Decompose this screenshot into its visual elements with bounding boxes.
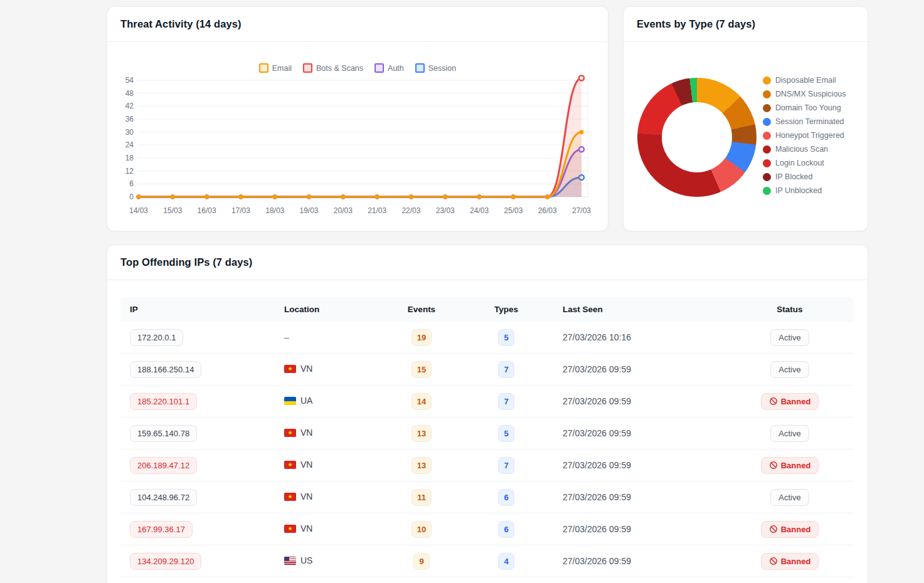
last-seen: 27/03/2026 09:59 [563,556,631,566]
svg-text:48: 48 [125,89,134,98]
ip-badge[interactable]: 167.99.36.17 [130,521,193,538]
country-code: VN [300,491,312,502]
status-label: Active [778,429,800,438]
events-by-type-header: Events by Type (7 days) [624,7,868,42]
country-flag-icon [284,397,296,405]
country-code: VN [300,428,312,438]
legend-label: Disposable Email [775,76,836,85]
svg-text:19/03: 19/03 [300,206,319,215]
column-header-last-seen: Last Seen [563,297,726,322]
legend-label: Malicious Scan [775,145,828,154]
donut-legend-item[interactable]: IP Unblocked [763,184,846,197]
ip-badge[interactable]: 188.166.250.14 [130,361,201,378]
ip-badge[interactable]: 134.209.29.120 [130,553,201,570]
svg-text:22/03: 22/03 [401,206,420,215]
status-badge: Banned [761,521,819,538]
location-cell: US [284,555,312,565]
status-badge: Active [770,425,809,442]
column-header-location: Location [277,297,393,322]
table-row[interactable]: 172.20.0.1–19527/03/2026 10:16Active [120,322,854,354]
location-cell: VN [284,491,312,502]
country-flag-icon [284,525,296,533]
svg-text:23/03: 23/03 [436,206,455,215]
location-cell: VN [284,523,312,533]
table-row[interactable]: 159.65.140.78VN13527/03/2026 09:59Active [120,418,854,449]
events-donut-chart [637,78,757,197]
location-empty: – [284,332,289,342]
top-offending-ips-header: Top Offending IPs (7 days) [107,245,868,280]
events-count-badge: 10 [412,521,432,538]
table-header-row: IPLocationEventsTypesLast SeenStatus [120,297,854,322]
legend-dot-icon [763,118,771,126]
ip-badge[interactable]: 104.248.96.72 [130,489,197,506]
table-row[interactable]: 185.220.101.1UA14727/03/2026 09:59Banned [120,386,854,418]
donut-legend-item[interactable]: Domain Too Young [763,101,846,115]
banned-icon [769,557,778,565]
ip-badge[interactable]: 159.65.140.78 [130,425,197,442]
last-seen: 27/03/2026 09:59 [563,364,631,374]
svg-text:42: 42 [125,102,134,110]
types-count-badge: 7 [498,393,514,410]
table-row[interactable] [120,577,854,583]
svg-text:16/03: 16/03 [198,206,216,215]
svg-text:24/03: 24/03 [470,206,489,215]
svg-text:14/03: 14/03 [129,206,148,215]
legend-dot-icon [763,145,771,154]
country-code: VN [300,364,312,374]
column-header-types: Types [450,297,563,322]
column-header-ip: IP [120,297,277,322]
ip-badge[interactable]: 172.20.0.1 [130,329,183,346]
legend-label: Honeypot Triggered [775,131,844,140]
donut-legend-item[interactable]: Login Lockout [763,156,846,170]
location-cell: UA [284,396,312,406]
status-label: Banned [781,557,811,566]
donut-legend-item[interactable]: Honeypot Triggered [763,129,846,142]
donut-legend-item[interactable]: Disposable Email [763,73,846,87]
donut-legend-item[interactable]: Malicious Scan [763,142,846,156]
donut-legend-item[interactable]: Session Terminated [763,115,846,129]
donut-legend-item[interactable]: DNS/MX Suspicious [763,87,846,101]
svg-text:24: 24 [125,140,134,149]
legend-dot-icon [763,187,771,195]
svg-text:20/03: 20/03 [334,206,353,215]
location-cell: VN [284,364,312,374]
column-header-events: Events [393,297,450,322]
svg-text:18: 18 [125,154,134,162]
types-count-badge: 4 [498,553,514,570]
svg-text:6: 6 [129,179,134,188]
legend-label: IP Blocked [775,172,813,181]
legend-label: Session Terminated [775,117,844,126]
types-count-badge: 5 [498,425,514,442]
location-cell: VN [284,428,312,438]
legend-dot-icon [763,173,771,181]
donut-hole [662,102,732,172]
status-label: Banned [781,461,811,470]
table-row[interactable]: 104.248.96.72VN11627/03/2026 09:59Active [120,481,854,513]
status-badge: Banned [761,457,819,474]
location-cell: VN [284,460,312,470]
legend-label: DNS/MX Suspicious [775,90,846,98]
threat-activity-title: Threat Activity (14 days) [120,18,242,30]
ip-badge[interactable]: 185.220.101.1 [130,393,197,410]
country-flag-icon [284,557,296,565]
last-seen: 27/03/2026 09:59 [563,492,631,502]
last-seen: 27/03/2026 09:59 [563,396,631,406]
svg-text:36: 36 [125,115,134,123]
ip-badge[interactable]: 206.189.47.12 [130,457,197,474]
status-label: Banned [781,525,811,534]
table-row[interactable]: 134.209.29.120US9427/03/2026 09:59Banned [120,545,854,577]
table-row[interactable]: 167.99.36.17VN10627/03/2026 09:59Banned [120,513,854,545]
donut-legend-item[interactable]: IP Blocked [763,170,846,184]
status-badge: Banned [761,393,819,410]
status-badge: Active [770,329,809,346]
svg-text:0: 0 [129,192,134,201]
legend-label: IP Unblocked [775,186,822,195]
table-row[interactable]: 188.166.250.14VN15727/03/2026 09:59Activ… [120,354,854,386]
country-code: US [300,555,312,565]
legend-label: Domain Too Young [775,103,841,112]
legend-dot-icon [763,76,771,85]
country-code: VN [300,460,312,470]
threat-activity-chart: 06121824303642485414/0315/0316/0317/0318… [107,43,607,231]
svg-text:25/03: 25/03 [504,206,523,215]
table-row[interactable]: 206.189.47.12VN13727/03/2026 09:59Banned [120,449,854,481]
